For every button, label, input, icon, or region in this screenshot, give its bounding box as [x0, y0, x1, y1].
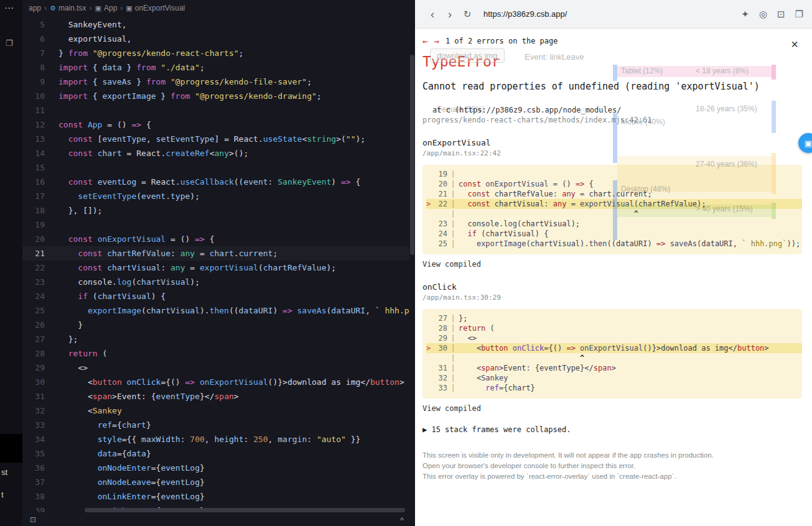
error-line-marker: > — [426, 199, 434, 209]
error-message: Cannot read properties of undefined (rea… — [422, 81, 803, 92]
line-number: 28 — [22, 346, 58, 361]
frame-code-text: return ( — [459, 323, 495, 333]
panel-toggle-icon[interactable]: ⊡ — [30, 515, 36, 524]
error-line-marker — [426, 373, 434, 383]
breadcrumb-item-main-tsx[interactable]: ⚙main.tsx — [50, 4, 86, 12]
line-number: 7 — [22, 46, 58, 60]
code-frame-line: 28|return ( — [426, 323, 802, 333]
line-number: 39 — [22, 504, 58, 512]
code-text: }; — [58, 332, 78, 346]
console-icon[interactable]: ⊡ — [777, 9, 785, 19]
symbol-icon: ▣ — [126, 4, 132, 12]
line-number: 27 — [22, 332, 58, 346]
code-line: 28 return ( — [22, 346, 409, 361]
code-line: 32 <Sankey — [22, 404, 409, 418]
refresh-button[interactable]: ↻ — [459, 9, 476, 19]
forward-button[interactable]: › — [441, 9, 459, 20]
code-editor-pane: app›⚙main.tsx›▣App›▣onExportVisual 5 San… — [22, 0, 415, 526]
code-text: const [eventType, setEventType] = React.… — [58, 132, 365, 146]
breadcrumb-item-app[interactable]: app — [29, 4, 41, 12]
code-frame-line: 20|const onExportVisual = () => { — [426, 179, 802, 189]
editor-code[interactable]: 5 SankeyEvent,6 exportVisual,7} from "@p… — [22, 16, 409, 512]
line-number: 21 — [22, 246, 58, 261]
frame-code-text: const chartRefValue: any = chart.current… — [459, 189, 652, 199]
code-line: 24 if (chartVisual) { — [22, 289, 409, 303]
next-error-button[interactable]: → — [434, 36, 439, 46]
caret-marker: ^ — [580, 354, 584, 362]
line-number: 8 — [22, 60, 58, 75]
code-line: 25 exportImage(chartVisual).then((dataUR… — [22, 303, 409, 318]
caret-marker: ^ — [634, 210, 638, 218]
error-line-marker — [426, 353, 434, 363]
breadcrumb-item-app[interactable]: ▣App — [95, 4, 118, 12]
code-line: 14 const chart = React.createRef<any>(); — [22, 146, 409, 160]
breadcrumb-separator: › — [120, 4, 123, 12]
url-field[interactable]: https://p386z9.csb.app/ — [483, 9, 731, 19]
breadcrumb-item-onexportvisual[interactable]: ▣onExportVisual — [126, 4, 185, 12]
error-line-marker — [426, 323, 434, 333]
frame-line-number: 32 — [434, 373, 447, 383]
horizontal-scrollbar-thumb[interactable] — [85, 508, 405, 512]
breadcrumb: app›⚙main.tsx›▣App›▣onExportVisual — [22, 0, 415, 16]
stack-function-name: onClick — [422, 282, 803, 292]
line-number: 31 — [22, 389, 58, 404]
frame-line-number: 22 — [434, 199, 447, 209]
frame-line-number: 24 — [434, 229, 447, 239]
frame-line-number: 33 — [434, 383, 447, 393]
stack-function-name: onExportVisual — [422, 138, 803, 147]
stack-source-location[interactable]: /app/main.tsx:30:29 — [422, 293, 803, 302]
collapse-chevron-icon[interactable]: ^ — [400, 515, 404, 525]
sparkle-icon[interactable]: ✦ — [741, 9, 749, 19]
code-line: 34 style={{ maxWidth: 700, height: 250, … — [22, 432, 409, 446]
code-frame-line: 29| <> — [426, 333, 802, 343]
view-compiled-link[interactable]: View compiled — [422, 404, 803, 413]
gutter-divider: | — [447, 313, 459, 323]
code-line: 31 <span>Event: {eventType}</span> — [22, 389, 409, 404]
inspect-target-icon[interactable]: ◎ — [759, 9, 767, 19]
frame-line-number: 29 — [434, 333, 447, 343]
frame-line-number: 21 — [434, 189, 447, 199]
gutter-divider: | — [447, 239, 459, 249]
breadcrumb-label: onExportVisual — [135, 4, 185, 12]
collapsed-frames-toggle[interactable]: ▶ 15 stack frames were collapsed. — [422, 425, 803, 434]
code-text: import { data } from "./data"; — [58, 60, 205, 75]
back-button[interactable]: ‹ — [424, 9, 441, 20]
code-line: 38 onLinkEnter={eventLog} — [22, 489, 409, 504]
frame-code-text: exportImage(chartVisual).then((dataURI) … — [459, 239, 800, 249]
frame-line-number: 31 — [434, 363, 447, 373]
stack-source-location[interactable]: /app/main.tsx:22:42 — [422, 149, 803, 157]
code-frame: 27|};28|return (29| <>>30| <button onCli… — [422, 309, 802, 399]
frame-line-number: 20 — [434, 179, 447, 189]
code-frame-line: 23| console.log(chartVisual); — [426, 219, 802, 229]
code-frame: 19|20|const onExportVisual = () => {21| … — [422, 165, 802, 254]
error-counter: 1 of 2 errors on the page — [446, 37, 558, 45]
code-frame-line: 27|}; — [426, 313, 802, 323]
line-number: 23 — [22, 275, 58, 289]
stack-frames: onExportVisual/app/main.tsx:22:4219|20|c… — [422, 138, 803, 413]
code-text: setEventType(event.type); — [58, 189, 200, 203]
editor-vertical-scrollbar[interactable] — [410, 55, 414, 255]
code-text: import { exportImage } from "@progress/k… — [58, 89, 322, 103]
code-frame-line: | ^ — [426, 353, 802, 363]
frame-code-text: const chartVisual: any = exportVisual(ch… — [459, 199, 706, 209]
prev-error-button[interactable]: ← — [422, 36, 427, 46]
code-line: 5 SankeyEvent, — [22, 17, 409, 32]
close-overlay-button[interactable]: × — [791, 37, 798, 52]
error-line-marker — [426, 229, 434, 239]
code-line: 33 ref={chart} — [22, 418, 409, 432]
code-text: if (chartVisual) { — [58, 289, 166, 303]
gutter-divider: | — [447, 209, 459, 219]
code-line: 19 — [22, 218, 409, 232]
gutter-divider: | — [447, 323, 459, 333]
code-text: data={data} — [58, 446, 151, 461]
view-compiled-link[interactable]: View compiled — [422, 260, 803, 269]
code-text: const chartVisual: any = exportVisual(ch… — [58, 261, 336, 275]
open-split-icon[interactable]: ❐ — [795, 9, 803, 19]
code-text: SankeyEvent, — [58, 17, 127, 32]
frame-code-text: <> — [459, 333, 477, 343]
editor-bottom-bar: ⊡ ^ — [22, 514, 415, 526]
editor-horizontal-scrollbar[interactable] — [61, 508, 406, 512]
code-line: 27 }; — [22, 332, 409, 346]
line-number: 32 — [22, 404, 58, 418]
breadcrumb-label: app — [29, 4, 41, 12]
